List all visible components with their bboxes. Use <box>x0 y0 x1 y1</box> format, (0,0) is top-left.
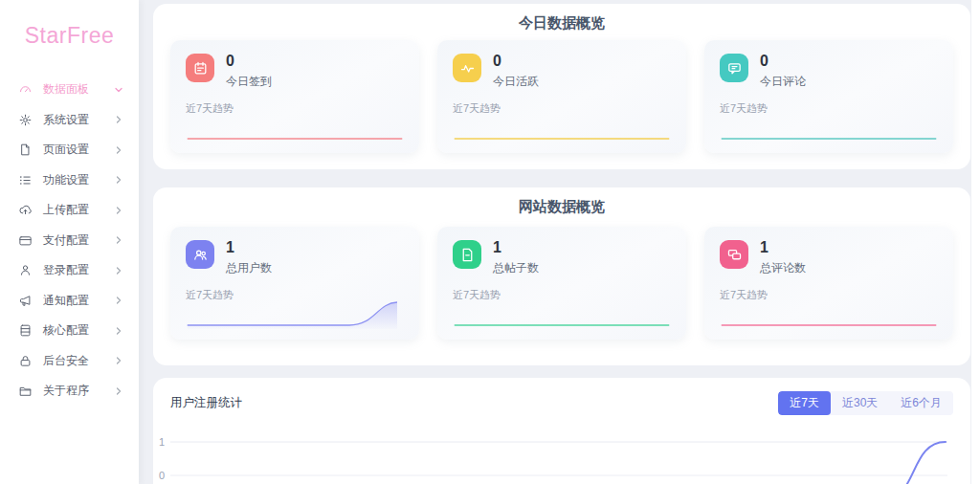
chevron-right-icon <box>114 115 123 124</box>
stat-value: 1 <box>226 240 272 256</box>
trend-sparkline <box>720 297 938 329</box>
sidebar-item-label: 后台安全 <box>43 353 114 369</box>
stat-value: 1 <box>760 240 806 256</box>
stat-value: 0 <box>493 54 539 70</box>
sidebar-item-label: 登录配置 <box>43 262 114 278</box>
stat-label: 今日评论 <box>760 74 806 90</box>
sidebar-item-upload-config[interactable]: 上传配置 <box>0 195 139 226</box>
page-icon <box>18 143 33 157</box>
registration-chart: 1 0 <box>153 426 957 484</box>
stat-card-today-signin: 0 今日签到 近7天趋势 <box>170 40 419 153</box>
today-cards: 0 今日签到 近7天趋势 0 <box>170 40 953 153</box>
trend-sparkline <box>453 110 671 143</box>
registration-stats-panel: 用户注册统计 近7天 近30天 近6个月 1 0 <box>153 378 970 484</box>
chevron-right-icon <box>114 145 123 155</box>
sidebar-menu: 数据面板 系统设置 页面设置 <box>0 75 139 407</box>
trend-sparkline <box>186 110 404 143</box>
y-tick-1: 1 <box>159 436 165 448</box>
sidebar-item-page-settings[interactable]: 页面设置 <box>0 135 139 165</box>
chevron-right-icon <box>114 266 123 275</box>
chevron-right-icon <box>114 386 123 396</box>
tab-last-6-months[interactable]: 近6个月 <box>889 391 953 415</box>
sidebar-item-payment-config[interactable]: 支付配置 <box>0 226 139 256</box>
sidebar-item-label: 页面设置 <box>43 142 114 158</box>
chevron-right-icon <box>114 356 123 365</box>
sidebar-item-label: 支付配置 <box>43 232 114 249</box>
section-title-today: 今日数据概览 <box>153 4 970 33</box>
sidebar-item-label: 系统设置 <box>43 112 114 128</box>
stat-value: 0 <box>226 54 272 70</box>
sidebar-item-notification-config[interactable]: 通知配置 <box>0 286 139 317</box>
upload-cloud-icon <box>18 203 33 217</box>
sidebar-item-core-config[interactable]: 核心配置 <box>0 316 139 346</box>
registration-line <box>905 442 946 484</box>
chevron-right-icon <box>114 206 123 215</box>
comments-icon <box>720 240 748 269</box>
y-tick-0: 0 <box>159 470 165 481</box>
post-icon <box>453 240 481 269</box>
sidebar-item-admin-security[interactable]: 后台安全 <box>0 346 139 377</box>
sidebar-item-feature-settings[interactable]: 功能设置 <box>0 165 139 196</box>
section-title-site: 网站数据概览 <box>153 187 970 216</box>
stat-card-total-comments: 1 总评论数 近7天趋势 <box>704 227 953 340</box>
main-content: 今日数据概览 0 今日签到 近7天趋势 <box>153 0 970 484</box>
lock-icon <box>18 354 33 368</box>
chevron-right-icon <box>114 235 123 245</box>
chevron-down-icon <box>114 85 123 95</box>
list-icon <box>18 173 33 187</box>
chart-title: 用户注册统计 <box>170 395 242 411</box>
site-cards: 1 总用户数 近7天趋势 <box>170 227 953 340</box>
user-group-icon <box>186 240 214 269</box>
stat-label: 总用户数 <box>226 260 272 276</box>
stat-card-today-active: 0 今日活跃 近7天趋势 <box>437 40 686 153</box>
chevron-right-icon <box>114 175 123 185</box>
site-overview-panel: 网站数据概览 1 总用户数 近7天趋势 <box>153 187 970 365</box>
pulse-icon <box>453 54 481 82</box>
trend-sparkline <box>453 297 671 329</box>
sidebar-item-login-config[interactable]: 登录配置 <box>0 255 139 286</box>
sidebar-item-label: 上传配置 <box>43 202 114 218</box>
comment-icon <box>720 54 748 82</box>
stat-card-total-posts: 1 总帖子数 近7天趋势 <box>437 227 686 340</box>
stat-value: 1 <box>493 240 539 256</box>
dashboard-icon <box>18 82 33 97</box>
folder-icon <box>18 384 33 398</box>
stat-label: 总评论数 <box>760 260 806 276</box>
brand-logo: StarFree <box>0 0 139 54</box>
chevron-right-icon <box>114 296 123 305</box>
trend-sparkline <box>720 110 938 143</box>
gear-icon <box>18 113 33 127</box>
sidebar: StarFree 数据面板 系统设置 <box>0 0 139 484</box>
stat-card-total-users: 1 总用户数 近7天趋势 <box>170 227 419 340</box>
sidebar-item-about[interactable]: 关于程序 <box>0 376 139 407</box>
sidebar-item-label: 核心配置 <box>43 322 114 339</box>
user-icon <box>18 263 33 277</box>
tab-last-30-days[interactable]: 近30天 <box>831 391 889 415</box>
sidebar-item-dashboard[interactable]: 数据面板 <box>0 75 139 105</box>
sidebar-item-system-settings[interactable]: 系统设置 <box>0 105 139 136</box>
credit-card-icon <box>18 233 33 248</box>
admin-dashboard: StarFree 数据面板 系统设置 <box>0 0 980 484</box>
stat-value: 0 <box>760 54 806 70</box>
stat-label: 今日活跃 <box>493 74 539 90</box>
range-tabs: 近7天 近30天 近6个月 <box>778 391 953 415</box>
server-icon <box>18 323 33 338</box>
sidebar-item-label: 关于程序 <box>43 383 114 399</box>
today-overview-panel: 今日数据概览 0 今日签到 近7天趋势 <box>153 4 970 169</box>
calendar-icon <box>186 54 214 82</box>
stat-label: 总帖子数 <box>493 260 539 276</box>
sidebar-item-label: 通知配置 <box>43 293 114 309</box>
scrollbar-track[interactable] <box>971 0 980 484</box>
stat-label: 今日签到 <box>226 74 272 90</box>
megaphone-icon <box>18 294 33 308</box>
sidebar-item-label: 功能设置 <box>43 172 114 188</box>
tab-last-7-days[interactable]: 近7天 <box>778 391 831 415</box>
trend-sparkline <box>186 297 404 329</box>
sidebar-item-label: 数据面板 <box>43 81 114 98</box>
chevron-right-icon <box>114 326 123 336</box>
stat-card-today-comments: 0 今日评论 近7天趋势 <box>704 40 953 153</box>
